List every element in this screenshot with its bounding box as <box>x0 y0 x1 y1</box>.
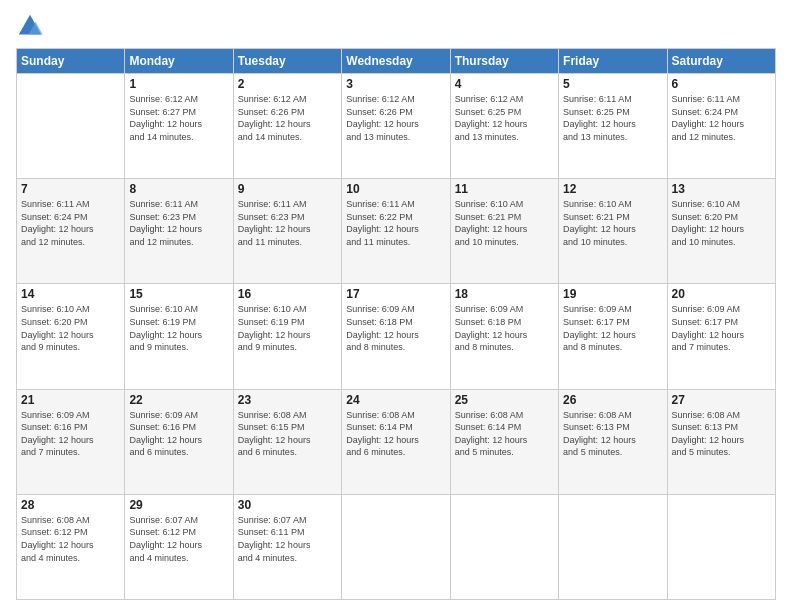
day-number: 20 <box>672 287 771 301</box>
week-row-4: 21Sunrise: 6:09 AMSunset: 6:16 PMDayligh… <box>17 389 776 494</box>
calendar-cell: 7Sunrise: 6:11 AMSunset: 6:24 PMDaylight… <box>17 179 125 284</box>
day-info: Sunrise: 6:12 AMSunset: 6:26 PMDaylight:… <box>346 93 445 143</box>
calendar-cell <box>17 74 125 179</box>
day-number: 30 <box>238 498 337 512</box>
calendar-cell: 2Sunrise: 6:12 AMSunset: 6:26 PMDaylight… <box>233 74 341 179</box>
day-info: Sunrise: 6:08 AMSunset: 6:14 PMDaylight:… <box>346 409 445 459</box>
weekday-header-monday: Monday <box>125 49 233 74</box>
page: SundayMondayTuesdayWednesdayThursdayFrid… <box>0 0 792 612</box>
calendar-table: SundayMondayTuesdayWednesdayThursdayFrid… <box>16 48 776 600</box>
day-number: 12 <box>563 182 662 196</box>
header <box>16 12 776 40</box>
calendar-cell <box>450 494 558 599</box>
day-number: 19 <box>563 287 662 301</box>
day-number: 5 <box>563 77 662 91</box>
weekday-header-friday: Friday <box>559 49 667 74</box>
calendar-cell: 10Sunrise: 6:11 AMSunset: 6:22 PMDayligh… <box>342 179 450 284</box>
day-info: Sunrise: 6:09 AMSunset: 6:18 PMDaylight:… <box>455 303 554 353</box>
calendar-cell: 3Sunrise: 6:12 AMSunset: 6:26 PMDaylight… <box>342 74 450 179</box>
day-number: 8 <box>129 182 228 196</box>
day-number: 4 <box>455 77 554 91</box>
calendar-cell: 30Sunrise: 6:07 AMSunset: 6:11 PMDayligh… <box>233 494 341 599</box>
week-row-3: 14Sunrise: 6:10 AMSunset: 6:20 PMDayligh… <box>17 284 776 389</box>
logo-icon <box>16 12 44 40</box>
weekday-header-sunday: Sunday <box>17 49 125 74</box>
calendar-cell: 21Sunrise: 6:09 AMSunset: 6:16 PMDayligh… <box>17 389 125 494</box>
day-number: 29 <box>129 498 228 512</box>
day-info: Sunrise: 6:10 AMSunset: 6:19 PMDaylight:… <box>238 303 337 353</box>
weekday-header-tuesday: Tuesday <box>233 49 341 74</box>
calendar-cell: 23Sunrise: 6:08 AMSunset: 6:15 PMDayligh… <box>233 389 341 494</box>
calendar-cell: 5Sunrise: 6:11 AMSunset: 6:25 PMDaylight… <box>559 74 667 179</box>
calendar-cell: 14Sunrise: 6:10 AMSunset: 6:20 PMDayligh… <box>17 284 125 389</box>
calendar-cell: 22Sunrise: 6:09 AMSunset: 6:16 PMDayligh… <box>125 389 233 494</box>
calendar-cell <box>559 494 667 599</box>
day-info: Sunrise: 6:08 AMSunset: 6:13 PMDaylight:… <box>672 409 771 459</box>
weekday-header-saturday: Saturday <box>667 49 775 74</box>
calendar-cell: 8Sunrise: 6:11 AMSunset: 6:23 PMDaylight… <box>125 179 233 284</box>
day-number: 16 <box>238 287 337 301</box>
day-number: 23 <box>238 393 337 407</box>
day-number: 22 <box>129 393 228 407</box>
day-info: Sunrise: 6:09 AMSunset: 6:16 PMDaylight:… <box>129 409 228 459</box>
day-number: 6 <box>672 77 771 91</box>
day-number: 15 <box>129 287 228 301</box>
day-number: 25 <box>455 393 554 407</box>
day-info: Sunrise: 6:09 AMSunset: 6:17 PMDaylight:… <box>563 303 662 353</box>
day-number: 3 <box>346 77 445 91</box>
day-info: Sunrise: 6:10 AMSunset: 6:20 PMDaylight:… <box>21 303 120 353</box>
day-info: Sunrise: 6:10 AMSunset: 6:19 PMDaylight:… <box>129 303 228 353</box>
day-info: Sunrise: 6:11 AMSunset: 6:25 PMDaylight:… <box>563 93 662 143</box>
calendar-cell: 18Sunrise: 6:09 AMSunset: 6:18 PMDayligh… <box>450 284 558 389</box>
week-row-2: 7Sunrise: 6:11 AMSunset: 6:24 PMDaylight… <box>17 179 776 284</box>
day-info: Sunrise: 6:07 AMSunset: 6:11 PMDaylight:… <box>238 514 337 564</box>
day-number: 21 <box>21 393 120 407</box>
calendar-cell: 6Sunrise: 6:11 AMSunset: 6:24 PMDaylight… <box>667 74 775 179</box>
day-info: Sunrise: 6:09 AMSunset: 6:17 PMDaylight:… <box>672 303 771 353</box>
day-number: 9 <box>238 182 337 196</box>
week-row-5: 28Sunrise: 6:08 AMSunset: 6:12 PMDayligh… <box>17 494 776 599</box>
calendar-cell: 4Sunrise: 6:12 AMSunset: 6:25 PMDaylight… <box>450 74 558 179</box>
calendar-cell: 15Sunrise: 6:10 AMSunset: 6:19 PMDayligh… <box>125 284 233 389</box>
calendar-cell: 27Sunrise: 6:08 AMSunset: 6:13 PMDayligh… <box>667 389 775 494</box>
calendar-cell: 17Sunrise: 6:09 AMSunset: 6:18 PMDayligh… <box>342 284 450 389</box>
day-number: 13 <box>672 182 771 196</box>
day-info: Sunrise: 6:09 AMSunset: 6:18 PMDaylight:… <box>346 303 445 353</box>
day-info: Sunrise: 6:08 AMSunset: 6:14 PMDaylight:… <box>455 409 554 459</box>
day-number: 26 <box>563 393 662 407</box>
day-number: 1 <box>129 77 228 91</box>
calendar-cell: 20Sunrise: 6:09 AMSunset: 6:17 PMDayligh… <box>667 284 775 389</box>
logo <box>16 12 48 40</box>
day-info: Sunrise: 6:11 AMSunset: 6:22 PMDaylight:… <box>346 198 445 248</box>
day-number: 7 <box>21 182 120 196</box>
day-info: Sunrise: 6:12 AMSunset: 6:27 PMDaylight:… <box>129 93 228 143</box>
weekday-header-thursday: Thursday <box>450 49 558 74</box>
calendar-cell <box>667 494 775 599</box>
weekday-header-wednesday: Wednesday <box>342 49 450 74</box>
calendar-cell: 9Sunrise: 6:11 AMSunset: 6:23 PMDaylight… <box>233 179 341 284</box>
day-info: Sunrise: 6:10 AMSunset: 6:20 PMDaylight:… <box>672 198 771 248</box>
day-info: Sunrise: 6:10 AMSunset: 6:21 PMDaylight:… <box>455 198 554 248</box>
day-info: Sunrise: 6:11 AMSunset: 6:24 PMDaylight:… <box>672 93 771 143</box>
day-number: 17 <box>346 287 445 301</box>
calendar-cell: 25Sunrise: 6:08 AMSunset: 6:14 PMDayligh… <box>450 389 558 494</box>
day-number: 2 <box>238 77 337 91</box>
day-info: Sunrise: 6:11 AMSunset: 6:23 PMDaylight:… <box>129 198 228 248</box>
calendar-cell: 11Sunrise: 6:10 AMSunset: 6:21 PMDayligh… <box>450 179 558 284</box>
day-info: Sunrise: 6:08 AMSunset: 6:15 PMDaylight:… <box>238 409 337 459</box>
day-info: Sunrise: 6:12 AMSunset: 6:25 PMDaylight:… <box>455 93 554 143</box>
day-number: 14 <box>21 287 120 301</box>
day-info: Sunrise: 6:08 AMSunset: 6:13 PMDaylight:… <box>563 409 662 459</box>
week-row-1: 1Sunrise: 6:12 AMSunset: 6:27 PMDaylight… <box>17 74 776 179</box>
day-number: 10 <box>346 182 445 196</box>
calendar-cell: 12Sunrise: 6:10 AMSunset: 6:21 PMDayligh… <box>559 179 667 284</box>
calendar-cell: 26Sunrise: 6:08 AMSunset: 6:13 PMDayligh… <box>559 389 667 494</box>
day-info: Sunrise: 6:12 AMSunset: 6:26 PMDaylight:… <box>238 93 337 143</box>
calendar-cell: 19Sunrise: 6:09 AMSunset: 6:17 PMDayligh… <box>559 284 667 389</box>
calendar-cell: 13Sunrise: 6:10 AMSunset: 6:20 PMDayligh… <box>667 179 775 284</box>
day-info: Sunrise: 6:07 AMSunset: 6:12 PMDaylight:… <box>129 514 228 564</box>
day-number: 18 <box>455 287 554 301</box>
day-info: Sunrise: 6:11 AMSunset: 6:24 PMDaylight:… <box>21 198 120 248</box>
day-number: 11 <box>455 182 554 196</box>
day-number: 27 <box>672 393 771 407</box>
